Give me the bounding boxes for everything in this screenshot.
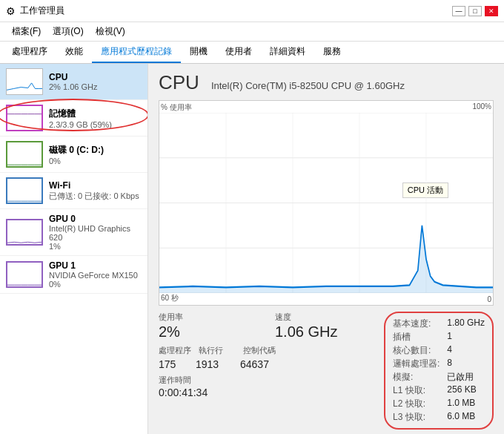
speed-value: 1.06 GHz — [275, 323, 377, 341]
process-value: 175 — [159, 358, 188, 370]
usage-block: 使用率 2% — [159, 312, 260, 341]
chart-x-left: 60 秒 — [161, 293, 179, 303]
usage-value: 2% — [159, 323, 260, 341]
wifi-sidebar-info: Wi-Fi 已傳送: 0 已接收: 0 Kbps — [49, 180, 142, 202]
title-bar-controls: — □ ✕ — [452, 6, 498, 16]
memory-sidebar-title: 記憶體 — [49, 108, 142, 120]
tab-app-history[interactable]: 應用程式歷程記錄 — [92, 42, 181, 63]
cpu-info-grid: 基本速度: 1.80 GHz 插槽 1 核心數目: 4 邏輯處理器: 8 模擬:… — [384, 312, 494, 430]
cpu-sidebar-sub: 2% 1.06 GHz — [49, 82, 142, 91]
chart-y-label: % 使用率 — [161, 102, 192, 113]
speed-label: 速度 — [275, 312, 377, 323]
gpu0-sidebar-sub: Intel(R) UHD Graphics 620 — [49, 224, 142, 242]
svg-marker-9 — [159, 226, 493, 293]
title-bar: ⚙ 工作管理員 — □ ✕ — [0, 0, 504, 22]
cpu-chart: % 使用率 100% 60 秒 0 CPU 活動 — [159, 100, 494, 306]
uptime-block: 運作時間 0:00:41:34 — [159, 375, 377, 398]
cpu-sidebar-info: CPU 2% 1.06 GHz — [49, 72, 142, 91]
tab-startup[interactable]: 開機 — [181, 42, 216, 63]
right-panel: CPU Intel(R) Core(TM) i5-8250U CPU @ 1.6… — [148, 64, 504, 434]
gpu1-sidebar-info: GPU 1 NVIDIA GeForce MX150 0% — [49, 260, 142, 289]
gpu0-sidebar-title: GPU 0 — [49, 214, 142, 224]
cores-val: 4 — [447, 344, 485, 357]
l3-key: L3 快取: — [393, 411, 440, 424]
threads-value: 1913 — [196, 358, 233, 370]
base-speed-key: 基本速度: — [393, 318, 440, 330]
panel-title: CPU — [159, 71, 199, 94]
stats-row-1: 使用率 2% 速度 1.06 GHz — [159, 312, 377, 341]
handles-label-block: 控制代碼 — [243, 345, 276, 357]
sidebar-item-wifi[interactable]: Wi-Fi 已傳送: 0 已接收: 0 Kbps — [0, 173, 147, 209]
tab-details[interactable]: 詳細資料 — [261, 42, 314, 63]
disk-thumbnail — [6, 141, 43, 168]
stats-row-2: 處理程序 執行行 控制代碼 — [159, 345, 377, 357]
sidebar-item-memory[interactable]: 記憶體 2.3/3.9 GB (59%) — [0, 100, 147, 137]
stats-row-2b: 175 1913 64637 — [159, 358, 377, 370]
sidebar-item-gpu0[interactable]: GPU 0 Intel(R) UHD Graphics 620 1% — [0, 209, 147, 256]
app-icon: ⚙ — [6, 5, 16, 17]
gpu1-sidebar-sub2: 0% — [49, 280, 142, 289]
handles-value: 64637 — [240, 358, 269, 370]
gpu0-sidebar-sub2: 1% — [49, 242, 142, 251]
threads-label: 執行行 — [199, 345, 236, 356]
tab-users[interactable]: 使用者 — [216, 42, 261, 63]
sidebar-item-disk[interactable]: 磁碟 0 (C: D:) 0% — [0, 137, 147, 173]
gpu1-sidebar-title: GPU 1 — [49, 260, 142, 271]
l1-val: 256 KB — [447, 384, 485, 397]
sidebar-item-cpu[interactable]: CPU 2% 1.06 GHz — [0, 64, 147, 100]
menu-view[interactable]: 檢視(V) — [90, 24, 131, 39]
socket-val: 1 — [447, 331, 485, 343]
process-label: 處理程序 — [159, 345, 191, 356]
chart-y-percent: 100% — [472, 102, 491, 111]
memory-sidebar-sub: 2.3/3.9 GB (59%) — [49, 120, 142, 129]
model-key: 模擬: — [393, 371, 440, 384]
panel-header: CPU Intel(R) Core(TM) i5-8250U CPU @ 1.6… — [159, 71, 494, 94]
l3-val: 6.0 MB — [447, 411, 485, 424]
gpu1-sidebar-sub: NVIDIA GeForce MX150 — [49, 271, 142, 280]
cpu-thumbnail — [6, 68, 43, 95]
base-speed-val: 1.80 GHz — [447, 318, 485, 330]
tab-services[interactable]: 服務 — [314, 42, 350, 63]
panel-subtitle: Intel(R) Core(TM) i5-8250U CPU @ 1.60GHz — [211, 80, 405, 91]
memory-sidebar-info: 記憶體 2.3/3.9 GB (59%) — [49, 108, 142, 129]
memory-thumbnail — [6, 105, 43, 131]
sidebar: CPU 2% 1.06 GHz 記憶體 2.3/3.9 GB (59%) — [0, 64, 148, 434]
tab-performance[interactable]: 效能 — [56, 42, 92, 63]
disk-sidebar-info: 磁碟 0 (C: D:) 0% — [49, 144, 142, 165]
sidebar-item-gpu1[interactable]: GPU 1 NVIDIA GeForce MX150 0% — [0, 256, 147, 294]
logical-val: 8 — [447, 358, 485, 370]
wifi-thumbnail — [6, 177, 43, 204]
tab-processes[interactable]: 處理程序 — [3, 42, 56, 63]
sidebar-item-memory-wrapper: 記憶體 2.3/3.9 GB (59%) — [0, 100, 147, 137]
process-value-block: 175 — [159, 358, 188, 370]
logical-key: 邏輯處理器: — [393, 358, 440, 370]
usage-label: 使用率 — [159, 312, 260, 323]
handles-label: 控制代碼 — [243, 345, 276, 356]
socket-key: 插槽 — [393, 331, 440, 343]
title-bar-left: ⚙ 工作管理員 — [6, 4, 64, 17]
cpu-info-wrapper: 基本速度: 1.80 GHz 插槽 1 核心數目: 4 邏輯處理器: 8 模擬:… — [384, 312, 494, 430]
gpu0-thumbnail — [6, 219, 43, 246]
threads-label-block: 執行行 — [199, 345, 236, 357]
close-button[interactable]: ✕ — [485, 6, 498, 16]
maximize-button[interactable]: □ — [468, 6, 482, 16]
minimize-button[interactable]: — — [452, 6, 465, 16]
menu-options[interactable]: 選項(O) — [47, 24, 89, 39]
app-title: 工作管理員 — [20, 4, 64, 17]
uptime-value: 0:00:41:34 — [159, 387, 377, 398]
left-stats: 使用率 2% 速度 1.06 GHz 處理程序 執行行 — [159, 312, 377, 430]
process-label-block: 處理程序 — [159, 345, 191, 357]
cpu-sidebar-title: CPU — [49, 72, 142, 82]
l2-key: L2 快取: — [393, 398, 440, 410]
threads-value-block: 1913 — [196, 358, 233, 370]
main-content: CPU 2% 1.06 GHz 記憶體 2.3/3.9 GB (59%) — [0, 64, 504, 434]
menu-file[interactable]: 檔案(F) — [6, 24, 47, 39]
menu-bar: 檔案(F) 選項(O) 檢視(V) — [0, 22, 504, 42]
l2-val: 1.0 MB — [447, 398, 485, 410]
handles-value-block: 64637 — [240, 358, 269, 370]
wifi-sidebar-sub: 已傳送: 0 已接收: 0 Kbps — [49, 191, 142, 202]
stats-section: 使用率 2% 速度 1.06 GHz 處理程序 執行行 — [159, 312, 494, 430]
disk-sidebar-title: 磁碟 0 (C: D:) — [49, 144, 142, 157]
l1-key: L1 快取: — [393, 384, 440, 397]
tab-bar: 處理程序 效能 應用程式歷程記錄 開機 使用者 詳細資料 服務 — [0, 42, 504, 64]
